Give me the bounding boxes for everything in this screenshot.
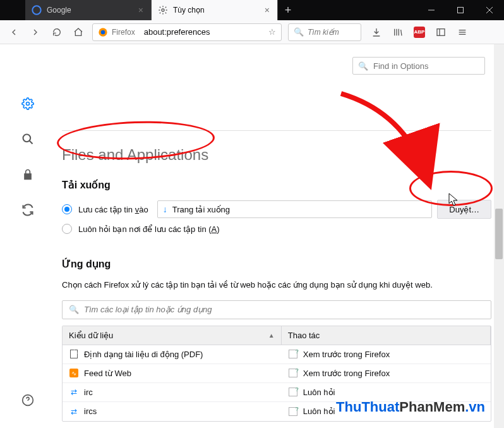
svg-rect-8 bbox=[437, 28, 445, 35]
download-icon: ↓ bbox=[163, 204, 167, 214]
identity-box[interactable]: Firefox bbox=[93, 27, 140, 37]
bookmark-star-icon[interactable]: ☆ bbox=[263, 27, 281, 37]
table-row[interactable]: ∿Feed từ Web Xem trước trong Firefox bbox=[63, 364, 491, 383]
search-icon: 🔍 bbox=[294, 27, 304, 37]
watermark: ThuThuatPhanMem.vn bbox=[336, 399, 485, 415]
home-button[interactable] bbox=[68, 22, 88, 42]
downloads-heading: Tải xuống bbox=[62, 179, 491, 191]
library-button[interactable] bbox=[388, 22, 408, 42]
svg-line-15 bbox=[30, 141, 33, 144]
tab-label: Google bbox=[47, 6, 71, 15]
applications-heading: Ứng dụng bbox=[62, 258, 491, 270]
close-icon[interactable]: × bbox=[137, 4, 145, 16]
forward-button[interactable] bbox=[25, 22, 45, 42]
svg-rect-3 bbox=[458, 8, 464, 13]
column-header-action[interactable]: Thao tác bbox=[282, 326, 491, 345]
search-input[interactable] bbox=[308, 28, 356, 37]
pdf-icon bbox=[69, 349, 79, 359]
handler-icon bbox=[288, 368, 298, 378]
new-tab-button[interactable]: + bbox=[278, 0, 298, 20]
close-icon[interactable]: × bbox=[263, 4, 271, 16]
search-bar[interactable]: 🔍 bbox=[288, 23, 361, 41]
svg-point-1 bbox=[162, 9, 164, 11]
radio-always-ask[interactable] bbox=[62, 224, 72, 234]
svg-point-13 bbox=[27, 102, 30, 106]
window-close[interactable] bbox=[475, 0, 504, 20]
section-title-files-apps: Files and Applications bbox=[62, 130, 491, 164]
download-path-input[interactable]: ↓ Trang tải xuống bbox=[157, 200, 433, 218]
irc-icon: ⇄ bbox=[69, 407, 79, 417]
find-in-options[interactable]: 🔍 Find in Options bbox=[352, 57, 485, 75]
rss-icon: ∿ bbox=[69, 368, 79, 378]
abp-button[interactable]: ABP bbox=[409, 22, 429, 42]
sidebar-button[interactable] bbox=[431, 22, 451, 42]
scrollbar-thumb[interactable] bbox=[495, 209, 503, 259]
search-icon: 🔍 bbox=[358, 61, 368, 71]
prefs-category-general[interactable] bbox=[19, 95, 37, 113]
svg-point-14 bbox=[23, 135, 31, 142]
back-button[interactable] bbox=[4, 22, 24, 42]
filter-placeholder: Tìm các loại tập tin hoặc ứng dụng bbox=[84, 305, 212, 314]
download-path-text: Trang tải xuống bbox=[172, 205, 230, 214]
sort-arrow-icon: ▲ bbox=[268, 332, 275, 339]
svg-point-7 bbox=[101, 30, 105, 34]
tab-google[interactable]: Google × bbox=[25, 0, 152, 20]
applications-filter-input[interactable]: 🔍 Tìm các loại tập tin hoặc ứng dụng bbox=[62, 300, 491, 319]
table-row[interactable]: Định dạng tài liệu di động (PDF) Xem trư… bbox=[63, 345, 491, 364]
window-maximize[interactable] bbox=[446, 0, 475, 20]
radio-always-ask-label: Luôn hỏi bạn nơi để lưu các tập tin (A) bbox=[78, 224, 220, 234]
handler-icon bbox=[288, 349, 298, 359]
url-bar[interactable]: Firefox ☆ bbox=[92, 23, 282, 41]
column-header-type[interactable]: Kiểu dữ liệu ▲ bbox=[63, 326, 282, 345]
prefs-help[interactable] bbox=[19, 391, 37, 409]
radio-save-to-label: Lưu các tập tin vào bbox=[78, 205, 148, 214]
google-favicon bbox=[32, 5, 42, 15]
window-minimize[interactable] bbox=[417, 0, 446, 20]
tab-label: Tùy chọn bbox=[173, 6, 205, 15]
menu-button[interactable] bbox=[452, 22, 472, 42]
irc-icon: ⇄ bbox=[69, 387, 79, 397]
url-input[interactable] bbox=[140, 27, 263, 37]
radio-save-to[interactable] bbox=[62, 204, 72, 214]
prefs-category-privacy[interactable] bbox=[19, 166, 37, 183]
prefs-category-sync[interactable] bbox=[19, 201, 37, 219]
handler-icon bbox=[288, 407, 298, 417]
reload-button[interactable] bbox=[47, 22, 67, 42]
prefs-category-search[interactable] bbox=[19, 130, 37, 148]
settings-favicon bbox=[158, 5, 168, 15]
svg-point-0 bbox=[32, 6, 40, 14]
browse-button[interactable]: Duyệt… bbox=[437, 200, 491, 219]
applications-description: Chọn cách Firefox xử lý các tập tin bạn … bbox=[62, 279, 491, 291]
handler-icon bbox=[288, 387, 298, 397]
find-placeholder: Find in Options bbox=[373, 61, 428, 71]
search-icon: 🔍 bbox=[69, 305, 79, 314]
identity-label: Firefox bbox=[112, 28, 135, 37]
tab-preferences[interactable]: Tùy chọn × bbox=[152, 0, 278, 20]
downloads-button[interactable] bbox=[366, 22, 387, 42]
